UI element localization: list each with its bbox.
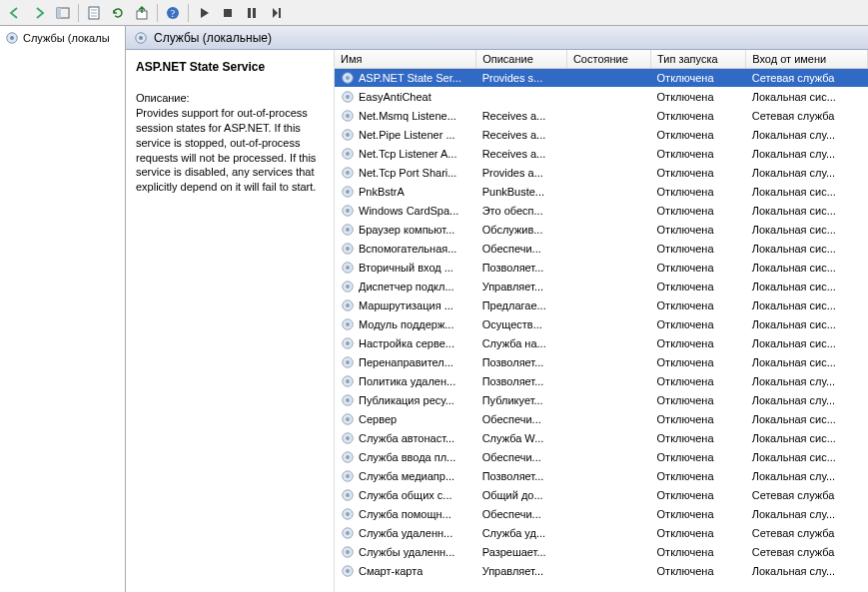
cell-start: Отключена — [651, 448, 746, 467]
table-row[interactable]: Настройка серве...Служба на...ОтключенаЛ… — [335, 334, 868, 353]
table-row[interactable]: Net.Pipe Listener ...Receives a...Отключ… — [335, 126, 868, 145]
service-list-panel[interactable]: Имя Описание Состояние Тип запуска Вход … — [335, 50, 868, 592]
table-row[interactable]: Служба автонаст...Служба W...ОтключенаЛо… — [335, 429, 868, 448]
right-body: ASP.NET State Service Описание: Provides… — [126, 50, 868, 592]
gear-icon — [341, 166, 355, 180]
svg-point-21 — [346, 228, 350, 232]
cell-state — [566, 524, 650, 543]
table-row[interactable]: Модуль поддерж...Осуществ...ОтключенаЛок… — [335, 315, 868, 334]
gear-icon — [341, 526, 355, 540]
export-button[interactable] — [131, 2, 153, 24]
cell-name: Сервер — [359, 413, 397, 425]
arrow-left-icon — [7, 5, 23, 21]
cell-logon: Локальная сис... — [746, 410, 868, 429]
table-row[interactable]: Служба удаленн...Служба уд...ОтключенаСе… — [335, 524, 868, 543]
table-row[interactable]: Вспомогательная...Обеспечи...ОтключенаЛо… — [335, 240, 868, 259]
toolbar-separator — [188, 4, 189, 22]
gear-icon — [341, 90, 355, 104]
table-row[interactable]: Браузер компьют...Обслужив...ОтключенаЛо… — [335, 221, 868, 240]
table-row[interactable]: СерверОбеспечи...ОтключенаЛокальная сис.… — [335, 410, 868, 429]
cell-start: Отключена — [651, 543, 746, 562]
forward-button[interactable] — [28, 2, 50, 24]
table-row[interactable]: Политика удален...Позволяет...ОтключенаЛ… — [335, 372, 868, 391]
cell-desc: Служба W... — [476, 429, 567, 448]
table-row[interactable]: Net.Tcp Listener A...Receives a...Отключ… — [335, 145, 868, 164]
service-title: ASP.NET State Service — [136, 60, 324, 74]
service-description: Provides support for out-of-process sess… — [136, 106, 324, 195]
help-icon — [165, 5, 181, 21]
svg-point-31 — [346, 322, 350, 326]
cell-start: Отключена — [651, 391, 746, 410]
cell-desc: Позволяет... — [476, 467, 567, 486]
table-row[interactable]: Служба ввода пл...Обеспечи...ОтключенаЛо… — [335, 448, 868, 467]
table-row[interactable]: ASP.NET State Ser...Provides s...Отключе… — [335, 69, 868, 88]
cell-name: Служба автонаст... — [359, 432, 454, 444]
cell-logon: Локальная слу... — [746, 164, 868, 183]
stop-icon — [220, 5, 236, 21]
back-button[interactable] — [4, 2, 26, 24]
cell-logon: Сетевая служба — [746, 524, 868, 543]
gear-icon — [341, 507, 355, 521]
properties-button[interactable] — [83, 2, 105, 24]
cell-logon: Локальная сис... — [746, 202, 868, 221]
table-row[interactable]: Службы удаленн...Разрешает...ОтключенаСе… — [335, 543, 868, 562]
tree-node-services[interactable]: Службы (локалы — [3, 29, 122, 47]
cell-name: Net.Tcp Port Shari... — [359, 167, 456, 179]
cell-desc: Receives a... — [476, 107, 567, 126]
gear-icon — [341, 488, 355, 502]
restart-button[interactable] — [265, 2, 287, 24]
col-state[interactable]: Состояние — [566, 50, 650, 69]
table-row[interactable]: Смарт-картаУправляет...ОтключенаЛокальна… — [335, 562, 868, 581]
gear-icon — [341, 185, 355, 199]
col-start[interactable]: Тип запуска — [651, 50, 746, 69]
table-row[interactable]: Перенаправител...Позволяет...ОтключенаЛо… — [335, 353, 868, 372]
gear-icon — [341, 298, 355, 312]
content-area: Службы (локалы Службы (локальные) ASP.NE… — [0, 26, 868, 592]
col-name[interactable]: Имя — [335, 50, 476, 69]
table-row[interactable]: Диспетчер подкл...Управляет...ОтключенаЛ… — [335, 278, 868, 296]
refresh-button[interactable] — [107, 2, 129, 24]
table-row[interactable]: Служба помощн...Обеспечи...ОтключенаЛока… — [335, 505, 868, 524]
cell-state — [566, 372, 650, 391]
cell-start: Отключена — [651, 315, 746, 334]
cell-desc: Управляет... — [476, 562, 567, 581]
cell-name: Вспомогательная... — [359, 243, 456, 255]
cell-state — [566, 202, 650, 221]
cell-logon: Локальная слу... — [746, 391, 868, 410]
table-row[interactable]: Маршрутизация ...Предлагае...ОтключенаЛо… — [335, 296, 868, 315]
table-row[interactable]: PnkBstrAPunkBuste...ОтключенаЛокальная с… — [335, 183, 868, 202]
gear-icon — [341, 336, 355, 350]
svg-point-5 — [346, 76, 350, 80]
table-row[interactable]: Net.Msmq Listene...Receives a...Отключен… — [335, 107, 868, 126]
show-hide-button[interactable] — [52, 2, 74, 24]
svg-point-11 — [346, 133, 350, 137]
table-row[interactable]: Публикация ресу...Публикует...ОтключенаЛ… — [335, 391, 868, 410]
gear-icon — [341, 242, 355, 256]
help-button[interactable] — [162, 2, 184, 24]
cell-name: Службы удаленн... — [359, 546, 454, 558]
play-icon — [196, 5, 212, 21]
table-row[interactable]: Windows CardSpa...Это обесп...ОтключенаЛ… — [335, 202, 868, 221]
cell-start: Отключена — [651, 259, 746, 278]
cell-desc: Обслужив... — [476, 221, 567, 240]
cell-start: Отключена — [651, 202, 746, 221]
gear-icon — [341, 355, 355, 369]
table-row[interactable]: Служба медиапр...Позволяет...ОтключенаЛо… — [335, 467, 868, 486]
svg-point-51 — [346, 512, 350, 516]
export-icon — [134, 5, 150, 21]
stop-button[interactable] — [217, 2, 239, 24]
cell-name: PnkBstrA — [359, 186, 405, 198]
cell-logon: Локальная слу... — [746, 372, 868, 391]
cell-start: Отключена — [651, 221, 746, 240]
table-row[interactable]: Вторичный вход ...Позволяет...ОтключенаЛ… — [335, 259, 868, 278]
col-logon[interactable]: Вход от имени — [746, 50, 868, 69]
pause-button[interactable] — [241, 2, 263, 24]
gear-icon — [341, 223, 355, 237]
start-button[interactable] — [193, 2, 215, 24]
svg-point-53 — [346, 531, 350, 535]
table-row[interactable]: EasyAntiCheatОтключенаЛокальная сис... — [335, 88, 868, 107]
table-row[interactable]: Net.Tcp Port Shari...Provides a...Отключ… — [335, 164, 868, 183]
table-row[interactable]: Служба общих с...Общий до...ОтключенаСет… — [335, 486, 868, 505]
col-desc[interactable]: Описание — [476, 50, 567, 69]
cell-logon: Локальная сис... — [746, 240, 868, 259]
